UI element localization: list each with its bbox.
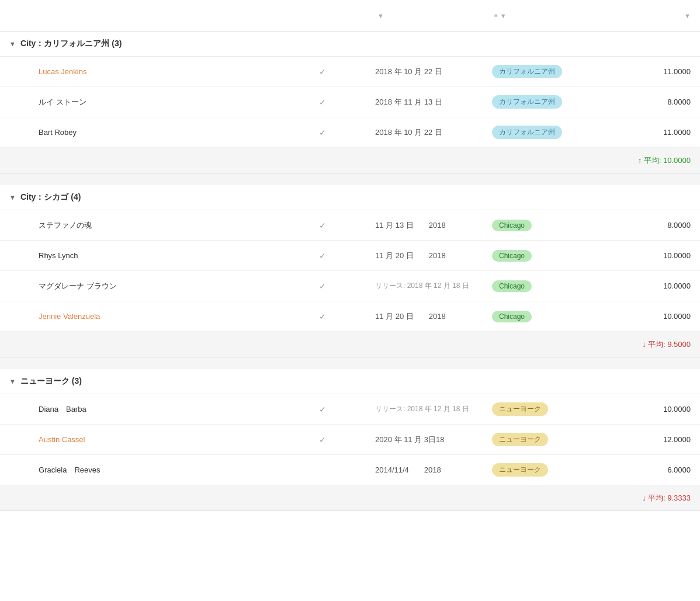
- row-city: カリフォルニア州: [492, 65, 597, 78]
- city-badge: Chicago: [492, 311, 532, 322]
- table-row[interactable]: Bart Robey✓2018 年 10 月 22 日カリフォルニア州11.00…: [0, 117, 700, 148]
- expand-icon-chicago[interactable]: ▼: [9, 194, 16, 201]
- row-title: マグダレーナ ブラウン: [39, 281, 270, 291]
- city-badge: ニューヨーク: [492, 463, 548, 477]
- table-row[interactable]: マグダレーナ ブラウン✓リリース: 2018 年 12 月 18 日Chicag…: [0, 271, 700, 301]
- group-header-newyork[interactable]: ▼ニューヨーク (3): [0, 369, 700, 394]
- arrow-down-icon: ↓: [642, 340, 648, 349]
- row-date: 11 月 20 日 2018: [375, 251, 492, 261]
- row-city: Chicago: [492, 280, 597, 292]
- row-title: Rhys Lynch: [39, 251, 270, 260]
- table-row[interactable]: ステファノの魂✓11 月 13 日 2018Chicago8.0000: [0, 210, 700, 241]
- row-title: Graciela Reeves: [39, 465, 270, 475]
- group-title-california: City：カリフォルニア州 (3): [20, 39, 122, 49]
- row-title: ルイ ストーン: [39, 97, 270, 107]
- row-growth: 11.0000: [597, 128, 691, 137]
- table-header: ▼ ≡ ▼ ▼: [0, 0, 700, 32]
- city-badge: Chicago: [492, 220, 532, 231]
- row-city: ニューヨーク: [492, 402, 597, 416]
- row-city: ニューヨーク: [492, 433, 597, 446]
- check-icon: ✓: [319, 312, 326, 321]
- row-growth: 10.0000: [597, 405, 691, 414]
- summary-avg: ↑ 平均: 10.0000: [597, 155, 691, 166]
- row-title[interactable]: Lucas Jenkins: [39, 67, 270, 76]
- city-badge: ニューヨーク: [492, 433, 548, 446]
- check-icon: ✓: [319, 282, 326, 291]
- table-row[interactable]: ルイ ストーン✓2018 年 11 月 13 日カリフォルニア州8.0000: [0, 87, 700, 117]
- row-date: 2014/11/4 2018: [375, 465, 492, 475]
- avg-value: 10.0000: [663, 156, 691, 165]
- city-badge: カリフォルニア州: [492, 126, 562, 139]
- table-row[interactable]: Rhys Lynch✓11 月 20 日 2018Chicago10.0000: [0, 241, 700, 271]
- avg-value: 9.5000: [667, 340, 691, 349]
- row-date: 2018 年 11 月 13 日: [375, 97, 492, 107]
- check-icon: ✓: [319, 435, 326, 444]
- row-title: Diana Barba: [39, 404, 270, 415]
- check-icon: ✓: [319, 221, 326, 230]
- row-date: 2018 年 10 月 22 日: [375, 67, 492, 77]
- table-row[interactable]: Austin Cassel✓2020 年 11 月 3日18ニューヨーク12.0…: [0, 425, 700, 455]
- row-growth: 6.0000: [597, 465, 691, 474]
- check-icon: ✓: [319, 405, 326, 414]
- row-contact: ✓: [270, 98, 375, 107]
- group-header-chicago[interactable]: ▼City：シカゴ (4): [0, 185, 700, 210]
- section-gap: [0, 357, 700, 369]
- row-contact: ✓: [270, 405, 375, 414]
- avg-value: 9.3333: [667, 494, 691, 502]
- row-growth: 8.0000: [597, 98, 691, 106]
- avg-label: 平均:: [648, 494, 667, 502]
- row-date: リリース: 2018 年 12 月 18 日: [375, 404, 492, 414]
- expand-icon-newyork[interactable]: ▼: [9, 378, 16, 385]
- groups-container: ▼City：カリフォルニア州 (3)Lucas Jenkins✓2018 年 1…: [0, 32, 700, 511]
- city-badge: Chicago: [492, 250, 532, 262]
- summary-row-california: ↑ 平均: 10.0000: [0, 148, 700, 173]
- table-row[interactable]: Diana Barba✓リリース: 2018 年 12 月 18 日ニューヨーク…: [0, 394, 700, 425]
- city-badge: Chicago: [492, 280, 532, 292]
- arrow-down-icon: ↓: [642, 494, 648, 502]
- row-title[interactable]: Austin Cassel: [39, 435, 270, 444]
- city-badge: カリフォルニア州: [492, 95, 562, 109]
- row-growth: 8.0000: [597, 221, 691, 230]
- city-badge: カリフォルニア州: [492, 65, 562, 78]
- summary-row-chicago: ↓ 平均: 9.5000: [0, 332, 700, 357]
- row-contact: ✓: [270, 282, 375, 291]
- filter-city-icon[interactable]: ≡: [494, 12, 498, 19]
- row-contact: ✓: [270, 67, 375, 77]
- row-contact: ✓: [270, 128, 375, 137]
- row-city: ニューヨーク: [492, 463, 597, 477]
- row-title[interactable]: Jennie Valenzuela: [39, 312, 270, 321]
- expand-icon-california[interactable]: ▼: [9, 40, 16, 47]
- arrow-up-icon: ↑: [638, 156, 644, 165]
- row-growth: 10.0000: [597, 312, 691, 321]
- row-city: カリフォルニア州: [492, 126, 597, 139]
- sort-growth-icon[interactable]: ▼: [684, 12, 691, 19]
- row-city: カリフォルニア州: [492, 95, 597, 109]
- header-city[interactable]: ≡ ▼: [492, 12, 597, 19]
- sort-city-icon[interactable]: ▼: [500, 12, 507, 19]
- summary-avg: ↓ 平均: 9.3333: [597, 493, 691, 503]
- row-title: Bart Robey: [39, 128, 270, 137]
- check-icon: ✓: [319, 98, 326, 107]
- row-growth: 10.0000: [597, 282, 691, 290]
- group-header-california[interactable]: ▼City：カリフォルニア州 (3): [0, 32, 700, 57]
- row-contact: ✓: [270, 312, 375, 321]
- summary-row-newyork: ↓ 平均: 9.3333: [0, 485, 700, 511]
- row-date: 2020 年 11 月 3日18: [375, 435, 492, 445]
- header-date[interactable]: ▼: [375, 12, 492, 19]
- group-title-chicago: City：シカゴ (4): [20, 192, 81, 203]
- table-row[interactable]: Lucas Jenkins✓2018 年 10 月 22 日カリフォルニア州11…: [0, 57, 700, 87]
- row-date: リリース: 2018 年 12 月 18 日: [375, 281, 492, 291]
- sort-date-icon[interactable]: ▼: [377, 12, 384, 19]
- check-icon: ✓: [319, 251, 326, 260]
- row-city: Chicago: [492, 220, 597, 231]
- avg-label: 平均:: [648, 340, 667, 349]
- header-growth[interactable]: ▼: [597, 12, 691, 19]
- city-badge: ニューヨーク: [492, 402, 548, 416]
- row-date: 2018 年 10 月 22 日: [375, 127, 492, 138]
- row-growth: 12.0000: [597, 435, 691, 444]
- table-row[interactable]: Jennie Valenzuela✓11 月 20 日 2018Chicago1…: [0, 301, 700, 332]
- summary-avg: ↓ 平均: 9.5000: [597, 339, 691, 350]
- row-contact: ✓: [270, 435, 375, 444]
- table-row[interactable]: Graciela Reeves2014/11/4 2018ニューヨーク6.000…: [0, 455, 700, 485]
- row-date: 11 月 20 日 2018: [375, 311, 492, 322]
